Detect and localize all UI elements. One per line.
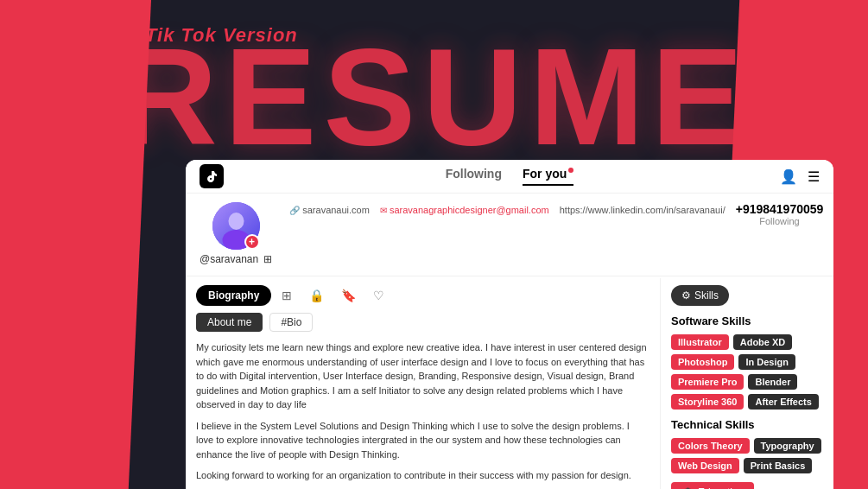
stat-phone: +919841970059 Following: [736, 202, 824, 226]
divider: [186, 276, 833, 276]
about-me-tab[interactable]: About me: [196, 313, 263, 332]
link-icon: 🔗: [289, 206, 300, 215]
right-sidebar: ⚙ Skills Software Skills Illustrator Ado…: [661, 278, 833, 489]
tiktok-logo-icon: [200, 164, 224, 188]
main-card: Following For you 👤 ☰: [186, 160, 833, 489]
tab-following[interactable]: Following: [446, 167, 502, 186]
skill-webdesign: Web Design: [671, 458, 739, 473]
software-skills-title: Software Skills: [671, 314, 823, 327]
skill-indesign: In Design: [738, 354, 795, 370]
qr-icon[interactable]: ⊞: [263, 253, 272, 265]
skill-aftereffects: After Effects: [748, 394, 818, 410]
avatar-container: +: [212, 202, 260, 250]
profile-contact-links: 🔗 saravanaui.com ✉ saravanagraphicdesign…: [289, 205, 725, 215]
tiktok-logo: [200, 164, 224, 188]
bio-para-3: Looking forward to working for an organi…: [196, 468, 649, 483]
website-link[interactable]: 🔗 saravanaui.com: [289, 205, 370, 215]
education-button[interactable]: 🎓 Education: [671, 482, 754, 489]
section-tab-bar: Biography ⊞ 🔒 🔖 ♡: [196, 285, 649, 306]
left-content: Biography ⊞ 🔒 🔖 ♡ About me #Bio My curio…: [186, 278, 661, 489]
skill-illustrator: Illustrator: [671, 334, 729, 350]
profile-stats: +919841970059 Following Chennai,India Fo…: [736, 202, 833, 226]
bio-para-2: I believe in the System Level Solutions …: [196, 419, 649, 462]
bio-para-1: My curiosity lets me learn new things an…: [196, 340, 649, 412]
lock-icon[interactable]: 🔒: [302, 285, 331, 306]
software-skill-tags: Illustrator Adobe XD Photoshop In Design…: [671, 334, 823, 410]
biography-tab[interactable]: Biography: [196, 285, 271, 306]
add-follow-button[interactable]: +: [244, 234, 260, 250]
content-area: Biography ⊞ 🔒 🔖 ♡ About me #Bio My curio…: [186, 278, 833, 489]
profile-left: + @saravanan ⊞: [200, 202, 272, 265]
resume-bg-text: RESUME: [117, 17, 751, 176]
skill-printbasics: Print Basics: [744, 458, 813, 473]
skill-blender: Blender: [748, 374, 797, 390]
profile-section: + @saravanan ⊞ 🔗 saravanaui.com ✉ sarava…: [186, 194, 833, 274]
tab-foryou[interactable]: For you: [523, 167, 573, 186]
technical-skill-tags: Colors Theory Typography Web Design Prin…: [671, 438, 823, 473]
skill-storyline: Storyline 360: [671, 394, 744, 410]
skills-icon: ⚙: [681, 289, 691, 302]
heart-icon[interactable]: ♡: [366, 285, 391, 306]
skill-adobexd: Adobe XD: [733, 334, 793, 350]
skill-premierepro: Premiere Pro: [671, 374, 744, 390]
skill-photoshop: Photoshop: [671, 354, 734, 370]
bio-tab[interactable]: #Bio: [269, 313, 313, 332]
user-icon[interactable]: 👤: [780, 168, 797, 185]
bookmark-icon[interactable]: 🔖: [334, 285, 363, 306]
skill-typography: Typography: [754, 438, 821, 454]
left-red-panel: [0, 0, 151, 489]
grid-icon[interactable]: ⊞: [275, 285, 299, 306]
email-link[interactable]: ✉ saravanagraphicdesigner@gmail.com: [380, 205, 549, 215]
linkedin-link[interactable]: https://www.linkedin.com/in/saravanaui/: [560, 205, 725, 215]
sub-tabs: About me #Bio: [196, 313, 649, 332]
foryou-dot: [568, 168, 573, 173]
nav-tabs: Following For you: [446, 167, 574, 186]
header-icons: 👤 ☰: [780, 168, 820, 185]
skill-colors: Colors Theory: [671, 438, 750, 454]
svg-point-1: [228, 213, 244, 230]
technical-skills-title: Technical Skills: [671, 418, 823, 431]
tiktok-header: Following For you 👤 ☰: [186, 160, 833, 194]
email-icon: ✉: [380, 206, 387, 215]
profile-details: 🔗 saravanaui.com ✉ saravanagraphicdesign…: [282, 202, 725, 215]
menu-icon[interactable]: ☰: [808, 168, 820, 185]
profile-username: @saravanan ⊞: [200, 253, 272, 265]
skills-section-button[interactable]: ⚙ Skills: [671, 285, 729, 306]
